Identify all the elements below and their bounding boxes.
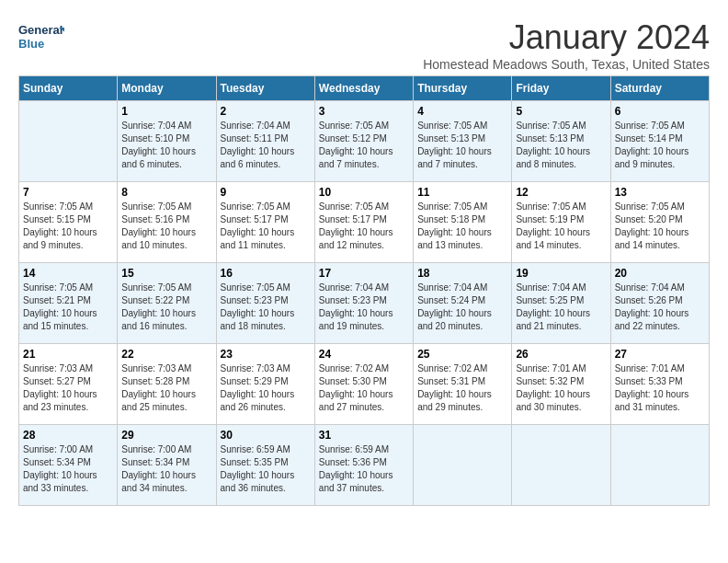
table-row: 16Sunrise: 7:05 AMSunset: 5:23 PMDayligh…	[216, 263, 314, 344]
table-row: 9Sunrise: 7:05 AMSunset: 5:17 PMDaylight…	[216, 182, 314, 263]
day-info: Sunrise: 7:05 AMSunset: 5:19 PMDaylight:…	[516, 201, 606, 252]
svg-text:General: General	[18, 23, 63, 37]
table-row: 1Sunrise: 7:04 AMSunset: 5:10 PMDaylight…	[118, 101, 216, 182]
day-number: 18	[417, 267, 507, 280]
day-number: 17	[319, 267, 409, 280]
day-number: 26	[516, 348, 606, 361]
day-number: 20	[615, 267, 705, 280]
day-info: Sunrise: 7:05 AMSunset: 5:17 PMDaylight:…	[319, 201, 409, 252]
day-number: 15	[121, 267, 211, 280]
svg-text:Blue: Blue	[18, 37, 44, 51]
day-number: 23	[221, 348, 311, 361]
day-number: 1	[121, 105, 211, 118]
day-number: 5	[516, 105, 606, 118]
day-number: 9	[221, 186, 311, 199]
table-row: 25Sunrise: 7:02 AMSunset: 5:31 PMDayligh…	[414, 344, 512, 425]
day-number: 19	[516, 267, 606, 280]
day-number: 21	[23, 348, 113, 361]
table-row: 4Sunrise: 7:05 AMSunset: 5:13 PMDaylight…	[414, 101, 512, 182]
calendar-table: SundayMondayTuesdayWednesdayThursdayFrid…	[18, 75, 710, 506]
table-row: 28Sunrise: 7:00 AMSunset: 5:34 PMDayligh…	[19, 425, 118, 506]
day-info: Sunrise: 7:04 AMSunset: 5:25 PMDaylight:…	[516, 282, 606, 333]
table-row: 3Sunrise: 7:05 AMSunset: 5:12 PMDaylight…	[314, 101, 413, 182]
table-row: 10Sunrise: 7:05 AMSunset: 5:17 PMDayligh…	[314, 182, 413, 263]
day-number: 24	[319, 348, 409, 361]
day-number: 14	[23, 267, 113, 280]
table-row: 17Sunrise: 7:04 AMSunset: 5:23 PMDayligh…	[314, 263, 413, 344]
table-row: 7Sunrise: 7:05 AMSunset: 5:15 PMDaylight…	[19, 182, 118, 263]
calendar-header-friday: Friday	[512, 76, 610, 101]
day-number: 6	[615, 105, 705, 118]
day-number: 4	[417, 105, 507, 118]
day-number: 10	[319, 186, 409, 199]
logo: General Blue	[18, 18, 64, 55]
table-row	[610, 425, 709, 506]
table-row: 23Sunrise: 7:03 AMSunset: 5:29 PMDayligh…	[216, 344, 314, 425]
table-row: 12Sunrise: 7:05 AMSunset: 5:19 PMDayligh…	[512, 182, 610, 263]
table-row: 13Sunrise: 7:05 AMSunset: 5:20 PMDayligh…	[610, 182, 709, 263]
table-row	[512, 425, 610, 506]
table-row: 8Sunrise: 7:05 AMSunset: 5:16 PMDaylight…	[118, 182, 216, 263]
day-info: Sunrise: 7:05 AMSunset: 5:21 PMDaylight:…	[23, 282, 113, 333]
day-number: 25	[417, 348, 507, 361]
day-info: Sunrise: 7:02 AMSunset: 5:30 PMDaylight:…	[319, 362, 409, 414]
day-number: 3	[319, 105, 409, 118]
table-row: 6Sunrise: 7:05 AMSunset: 5:14 PMDaylight…	[610, 101, 709, 182]
calendar-header-monday: Monday	[118, 76, 216, 101]
day-info: Sunrise: 7:04 AMSunset: 5:26 PMDaylight:…	[615, 282, 705, 333]
table-row: 14Sunrise: 7:05 AMSunset: 5:21 PMDayligh…	[19, 263, 118, 344]
day-number: 28	[23, 429, 113, 442]
table-row: 20Sunrise: 7:04 AMSunset: 5:26 PMDayligh…	[610, 263, 709, 344]
day-info: Sunrise: 7:05 AMSunset: 5:23 PMDaylight:…	[221, 282, 311, 333]
day-number: 8	[121, 186, 211, 199]
day-info: Sunrise: 7:05 AMSunset: 5:22 PMDaylight:…	[121, 282, 211, 333]
day-info: Sunrise: 7:03 AMSunset: 5:29 PMDaylight:…	[221, 362, 311, 414]
table-row: 11Sunrise: 7:05 AMSunset: 5:18 PMDayligh…	[414, 182, 512, 263]
day-info: Sunrise: 7:00 AMSunset: 5:34 PMDaylight:…	[121, 443, 211, 495]
day-number: 11	[417, 186, 507, 199]
day-info: Sunrise: 7:03 AMSunset: 5:27 PMDaylight:…	[23, 362, 113, 414]
day-info: Sunrise: 7:03 AMSunset: 5:28 PMDaylight:…	[121, 362, 211, 414]
day-number: 2	[221, 105, 311, 118]
table-row: 26Sunrise: 7:01 AMSunset: 5:32 PMDayligh…	[512, 344, 610, 425]
table-row: 31Sunrise: 6:59 AMSunset: 5:36 PMDayligh…	[314, 425, 413, 506]
table-row: 18Sunrise: 7:04 AMSunset: 5:24 PMDayligh…	[414, 263, 512, 344]
table-row: 22Sunrise: 7:03 AMSunset: 5:28 PMDayligh…	[118, 344, 216, 425]
table-row: 2Sunrise: 7:04 AMSunset: 5:11 PMDaylight…	[216, 101, 314, 182]
day-info: Sunrise: 7:05 AMSunset: 5:18 PMDaylight:…	[417, 201, 507, 252]
calendar-header-sunday: Sunday	[19, 76, 118, 101]
day-info: Sunrise: 7:05 AMSunset: 5:17 PMDaylight:…	[221, 201, 311, 252]
day-info: Sunrise: 7:05 AMSunset: 5:12 PMDaylight:…	[319, 120, 409, 171]
day-info: Sunrise: 6:59 AMSunset: 5:36 PMDaylight:…	[319, 443, 409, 495]
day-info: Sunrise: 7:05 AMSunset: 5:20 PMDaylight:…	[615, 201, 705, 252]
table-row: 15Sunrise: 7:05 AMSunset: 5:22 PMDayligh…	[118, 263, 216, 344]
day-number: 22	[121, 348, 211, 361]
calendar-header-wednesday: Wednesday	[314, 76, 413, 101]
day-info: Sunrise: 7:04 AMSunset: 5:24 PMDaylight:…	[417, 282, 507, 333]
day-info: Sunrise: 7:00 AMSunset: 5:34 PMDaylight:…	[23, 443, 113, 495]
day-number: 13	[615, 186, 705, 199]
table-row: 27Sunrise: 7:01 AMSunset: 5:33 PMDayligh…	[610, 344, 709, 425]
table-row: 24Sunrise: 7:02 AMSunset: 5:30 PMDayligh…	[314, 344, 413, 425]
day-number: 30	[221, 429, 311, 442]
table-row	[19, 101, 118, 182]
day-info: Sunrise: 7:05 AMSunset: 5:14 PMDaylight:…	[615, 120, 705, 171]
day-info: Sunrise: 7:04 AMSunset: 5:23 PMDaylight:…	[319, 282, 409, 333]
day-info: Sunrise: 7:05 AMSunset: 5:15 PMDaylight:…	[23, 201, 113, 252]
page-title: January 2024	[423, 18, 710, 57]
day-info: Sunrise: 7:01 AMSunset: 5:32 PMDaylight:…	[516, 362, 606, 414]
page-subtitle: Homestead Meadows South, Texas, United S…	[423, 57, 710, 72]
day-info: Sunrise: 7:05 AMSunset: 5:13 PMDaylight:…	[516, 120, 606, 171]
day-number: 7	[23, 186, 113, 199]
day-info: Sunrise: 7:04 AMSunset: 5:11 PMDaylight:…	[221, 120, 311, 171]
table-row	[414, 425, 512, 506]
calendar-header-tuesday: Tuesday	[216, 76, 314, 101]
day-number: 16	[221, 267, 311, 280]
day-number: 12	[516, 186, 606, 199]
day-info: Sunrise: 6:59 AMSunset: 5:35 PMDaylight:…	[221, 443, 311, 495]
day-info: Sunrise: 7:05 AMSunset: 5:13 PMDaylight:…	[417, 120, 507, 171]
day-number: 31	[319, 429, 409, 442]
day-number: 29	[121, 429, 211, 442]
day-number: 27	[615, 348, 705, 361]
day-info: Sunrise: 7:05 AMSunset: 5:16 PMDaylight:…	[121, 201, 211, 252]
